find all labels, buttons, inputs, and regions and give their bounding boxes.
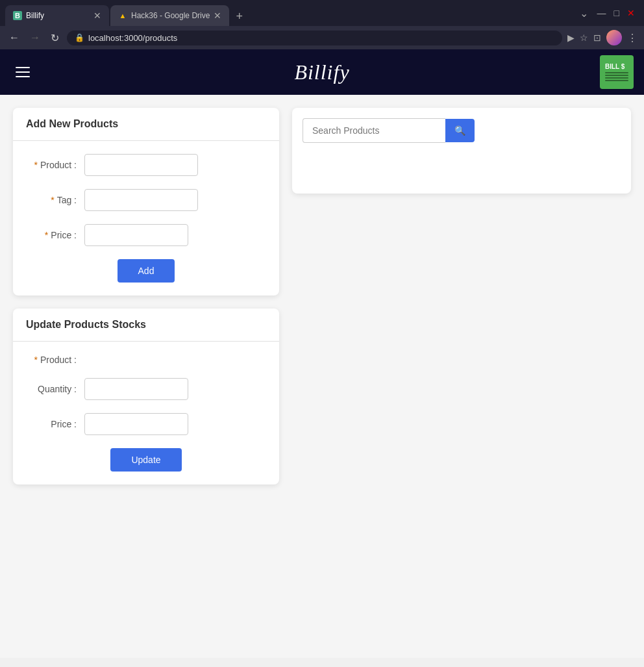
add-price-label: *Price : xyxy=(26,230,84,240)
add-product-required: * xyxy=(34,160,38,170)
add-price-row: *Price : xyxy=(26,224,266,246)
search-products-button[interactable]: 🔍 xyxy=(445,119,475,142)
update-quantity-row: Quantity : xyxy=(26,378,266,400)
update-product-row: *Product : xyxy=(26,355,266,365)
add-products-title: Add New Products xyxy=(26,118,266,130)
search-icon: 🔍 xyxy=(454,125,465,136)
search-row: 🔍 xyxy=(303,118,621,143)
back-button[interactable]: ← xyxy=(6,31,22,45)
add-products-body: *Product : *Tag : *Price : xyxy=(13,141,279,296)
tab-google-drive[interactable]: ▲ Hack36 - Google Drive ✕ xyxy=(110,5,229,26)
add-product-button[interactable]: Add xyxy=(118,259,175,283)
bill-line-1 xyxy=(605,72,628,73)
update-stock-body: *Product : Quantity : Price : xyxy=(13,342,279,485)
browser-chrome: B Billify ✕ ▲ Hack36 - Google Drive ✕ + … xyxy=(0,0,644,49)
forward-button[interactable]: → xyxy=(27,31,43,45)
logo-text: Billify xyxy=(294,60,349,84)
update-price-row: Price : xyxy=(26,413,266,435)
lock-icon: 🔒 xyxy=(75,33,84,42)
hamburger-menu-button[interactable] xyxy=(10,62,35,82)
search-card: 🔍 xyxy=(292,108,631,194)
address-actions: ▶ ☆ ⊡ ⋮ xyxy=(567,30,638,45)
expand-icon[interactable]: ⊡ xyxy=(593,32,601,43)
tab-row-controls: ⌄ — □ ✕ xyxy=(575,5,644,22)
add-tag-label: *Tag : xyxy=(26,195,84,205)
add-form-actions: Add xyxy=(26,259,266,283)
add-products-header: Add New Products xyxy=(13,108,279,141)
update-stock-header: Update Products Stocks xyxy=(13,308,279,342)
profile-avatar[interactable] xyxy=(606,30,622,45)
add-tag-required: * xyxy=(51,195,54,205)
close-button[interactable]: ✕ xyxy=(623,6,639,19)
browser-menu-button[interactable]: ⋮ xyxy=(627,32,638,44)
tab-billify-label: Billify xyxy=(26,11,44,20)
billify-favicon: B xyxy=(13,11,22,20)
new-tab-button[interactable]: + xyxy=(230,7,248,26)
bill-line-4 xyxy=(605,80,628,81)
update-stock-button[interactable]: Update xyxy=(110,448,181,472)
reload-button[interactable]: ↻ xyxy=(48,31,62,45)
bill-line-2 xyxy=(605,75,628,76)
update-price-input[interactable] xyxy=(84,413,188,435)
add-product-row: *Product : xyxy=(26,154,266,176)
tab-overflow-button[interactable]: ⌄ xyxy=(575,5,593,22)
address-text: localhost:3000/products xyxy=(88,33,554,43)
right-column: 🔍 xyxy=(292,108,631,194)
tab-close-billify[interactable]: ✕ xyxy=(93,10,101,21)
bill-icon: BILL $ xyxy=(600,55,634,89)
tab-googledrive-label: Hack36 - Google Drive xyxy=(131,11,210,20)
update-quantity-label: Quantity : xyxy=(26,384,84,394)
update-price-label: Price : xyxy=(26,419,84,429)
bookmark-icon[interactable]: ☆ xyxy=(580,32,588,43)
add-tag-row: *Tag : xyxy=(26,189,266,211)
update-product-required: * xyxy=(34,355,38,365)
search-products-input[interactable] xyxy=(303,118,445,143)
update-form-actions: Update xyxy=(26,448,266,472)
add-product-input[interactable] xyxy=(84,154,198,176)
tab-list: B Billify ✕ ▲ Hack36 - Google Drive ✕ + xyxy=(0,0,575,26)
add-tag-input[interactable] xyxy=(84,189,198,211)
tab-row: B Billify ✕ ▲ Hack36 - Google Drive ✕ + … xyxy=(0,0,644,26)
bill-line-3 xyxy=(605,77,628,79)
search-results-area xyxy=(303,151,621,183)
tab-close-drive[interactable]: ✕ xyxy=(214,10,221,21)
add-product-label: *Product : xyxy=(26,160,84,170)
maximize-button[interactable]: □ xyxy=(610,6,623,19)
left-column: Add New Products *Product : *Tag : xyxy=(13,108,279,485)
update-quantity-input[interactable] xyxy=(84,378,188,400)
hamburger-line-3 xyxy=(16,76,30,77)
hamburger-line-2 xyxy=(16,71,30,73)
googledrive-favicon: ▲ xyxy=(118,11,127,20)
add-price-required: * xyxy=(45,230,48,240)
app-navbar: Billify BILL $ xyxy=(0,49,644,95)
update-product-label: *Product : xyxy=(26,355,84,365)
bill-icon-label: BILL $ xyxy=(605,63,625,70)
cast-icon[interactable]: ▶ xyxy=(567,32,575,43)
address-bar-row: ← → ↻ 🔒 localhost:3000/products ▶ ☆ ⊡ ⋮ xyxy=(0,26,644,49)
hamburger-line-1 xyxy=(16,67,30,68)
app-logo: Billify xyxy=(294,60,349,84)
update-stock-card: Update Products Stocks *Product : Quanti… xyxy=(13,308,279,485)
update-stock-title: Update Products Stocks xyxy=(26,319,266,331)
add-price-input[interactable] xyxy=(84,224,188,246)
minimize-button[interactable]: — xyxy=(593,6,610,19)
main-content: Add New Products *Product : *Tag : xyxy=(0,95,644,658)
address-box[interactable]: 🔒 localhost:3000/products xyxy=(67,31,562,45)
tab-billify[interactable]: B Billify ✕ xyxy=(5,5,109,26)
bill-icon-lines xyxy=(605,72,628,81)
add-products-card: Add New Products *Product : *Tag : xyxy=(13,108,279,296)
